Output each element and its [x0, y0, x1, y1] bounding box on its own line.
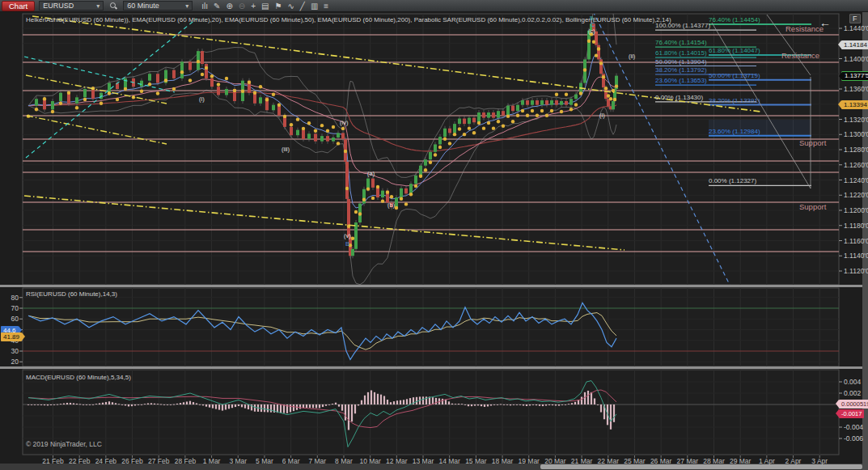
time-tick-label: 25 Mar: [624, 457, 645, 465]
rsi-tick-label: 30: [2, 347, 19, 355]
wave-label: (ii): [629, 53, 635, 60]
price-tick-label: 1.1140'0: [844, 252, 868, 260]
time-tick-label: 5 Mar: [256, 457, 273, 465]
time-tick-label: 26 Mar: [650, 457, 671, 465]
time-tick-label: 18 Mar: [492, 457, 513, 465]
time-tick-label: 22 Feb: [69, 457, 90, 465]
fib-level-label: 61.80% (1.14015): [655, 49, 707, 57]
macd-tick-label: -0.006: [844, 434, 863, 442]
fib-level-label: 23.60% (1.13653): [655, 77, 707, 84]
price-tick-label: 1.1240'0: [844, 176, 868, 184]
chart-window: Chart EURUSD ▾ 60 Minute ▾ ılı✎⊕⊖+▤⚑∿╱▥≡…: [0, 0, 868, 470]
fib-level-label: 50.00% (1.13719): [709, 72, 760, 79]
new-order-icon[interactable]: ▤: [261, 1, 269, 11]
time-tick-label: 19 Mar: [519, 457, 540, 465]
toolbar-icons: ılı✎⊕⊖+▤⚑∿╱▥≡: [201, 1, 328, 11]
rsi-marker-tag: 41.89: [1, 332, 22, 341]
support-label: Support: [799, 202, 826, 211]
price-tick-label: 1.1200'0: [844, 206, 868, 214]
instrument-select[interactable]: EURUSD ▾: [39, 1, 104, 11]
chevron-down-icon: ▾: [96, 2, 100, 10]
trendline-icon[interactable]: ╱: [300, 1, 305, 11]
properties-icon[interactable]: ≡: [324, 1, 328, 11]
fixed-scale-button[interactable]: F: [849, 14, 861, 23]
support-label: Support: [799, 138, 826, 147]
time-tick-label: 8 Mar: [335, 457, 353, 465]
macd-indicator-label: MACD(EURUSD (60 Minute),5,34,5): [26, 374, 131, 381]
rsi-tick-label: 20: [2, 358, 19, 366]
fib-level-label: 61.80% (1.14047): [709, 47, 760, 54]
time-tick-label: 22 Mar: [598, 457, 619, 465]
interval-select[interactable]: 60 Minute ▾: [123, 1, 193, 11]
fib-level-label: 0.00% (1.13430): [655, 94, 703, 101]
time-tick-label: 27 Feb: [148, 457, 169, 465]
macd-tick-label: 0.004: [844, 378, 861, 386]
price-marker-tag: 1.13394: [841, 100, 868, 109]
alert-icon[interactable]: ⚑: [274, 1, 282, 11]
time-tick-label: 3 Mar: [229, 457, 247, 465]
fib-level-label: 23.60% (1.12984): [709, 128, 760, 135]
time-tick-label: 12 Mar: [386, 457, 407, 465]
price-tick-label: 1.1400'0: [844, 55, 868, 63]
wave-label: (c): [588, 28, 595, 35]
time-tick-label: 26 Feb: [121, 457, 142, 465]
wave-label: (i): [199, 95, 205, 103]
indicators-icon[interactable]: ∿: [287, 1, 294, 11]
fib-level-label: 76.40% (1.14454): [709, 16, 760, 23]
rsi-tick-label: 60: [2, 315, 19, 323]
time-tick-label: 20 Mar: [544, 457, 565, 465]
wave-label: (iv): [340, 119, 348, 126]
time-tick-label: 3 Apr: [811, 457, 828, 465]
chart-style-icon[interactable]: ılı: [201, 1, 208, 11]
toolbar: Chart EURUSD ▾ 60 Minute ▾ ılı✎⊕⊖+▤⚑∿╱▥≡: [0, 0, 868, 12]
panel-splitter-macd[interactable]: [0, 366, 862, 369]
price-marker-tag: 1.1377'5: [841, 71, 868, 81]
price-tick-label: 1.1320'0: [844, 116, 868, 124]
macd-marker-tag: -0.0017: [839, 409, 864, 418]
price-tick-label: 1.1180'0: [844, 222, 868, 230]
zoom-in-icon[interactable]: ⊕: [226, 1, 232, 11]
macd-marker-tag: 0.0000519: [839, 400, 868, 409]
wave-label: (v): [344, 232, 351, 239]
instrument-label: EURUSD: [43, 2, 74, 10]
price-tick-label: 1.1360'0: [844, 85, 868, 93]
rsi-tick-label: 80: [2, 294, 19, 302]
chart-menu-button[interactable]: Chart: [2, 1, 35, 11]
macd-tick-label: -0.004: [844, 423, 863, 431]
resistance-label: Resistance: [781, 51, 819, 60]
fib-level-label: 0.00% (1.12327): [709, 177, 756, 184]
time-tick-label: 13 Mar: [413, 457, 434, 465]
search-icon[interactable]: [110, 2, 116, 9]
wave-label: (i): [599, 112, 605, 119]
time-tick-label: 24 Feb: [95, 457, 116, 465]
time-tick-label: 1 Apr: [759, 457, 775, 465]
price-tick-label: 1.1260'0: [844, 161, 868, 169]
wave-label: (b): [387, 201, 395, 209]
copyright-label: © 2019 NinjaTrader, LLC: [26, 440, 102, 448]
price-tick-label: 1.1300'0: [844, 130, 868, 138]
time-tick-label: 29 Mar: [730, 457, 751, 465]
chevron-down-icon: ▾: [185, 2, 188, 10]
rsi-tick-label: 70: [2, 304, 19, 312]
fib-level-label: 38.20% (1.13391): [709, 97, 760, 104]
draw-icon[interactable]: ✎: [214, 1, 220, 11]
time-tick-label: 15 Mar: [465, 457, 486, 465]
time-tick-label: 2 Apr: [785, 457, 802, 465]
price-tick-label: 1.1220'0: [844, 191, 868, 199]
price-marker-tag: 1.14184: [841, 40, 868, 49]
fib-level-label: 76.40% (1.14154): [655, 39, 707, 46]
time-tick-label: 10 Mar: [359, 457, 380, 465]
resistance-label: Resistance: [785, 24, 824, 33]
time-tick-label: 21 Feb: [42, 457, 63, 465]
time-tick-label: 28 Feb: [175, 457, 196, 465]
panel-splitter-rsi[interactable]: [0, 285, 862, 287]
time-tick-label: 1 Mar: [203, 457, 221, 465]
price-tick-label: 1.1280'0: [844, 146, 868, 154]
main-indicator-label: HeikenAshi8(EURUSD (60 Minute)), EMA(EUR…: [26, 16, 671, 23]
report-icon[interactable]: ▥: [311, 1, 318, 11]
wave-label: (a): [367, 170, 375, 177]
price-tick-label: 1.1440'0: [844, 24, 868, 32]
rsi-indicator-label: RSI(EURUSD (60 Minute),14,3): [26, 290, 117, 298]
fib-level-label: 50.00% (1.13904): [655, 58, 707, 66]
add-indicator-icon[interactable]: +: [251, 1, 256, 11]
